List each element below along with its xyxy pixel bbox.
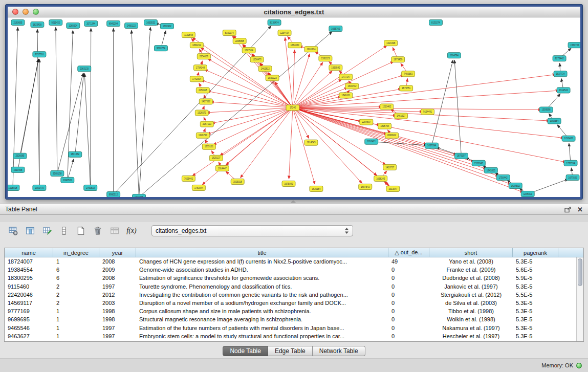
table-cell[interactable]: 1998 <box>99 308 136 314</box>
network-node[interactable]: 1910405 <box>11 167 25 172</box>
table-cell[interactable]: 2 <box>53 292 99 298</box>
network-graph[interactable]: 2160655182340092114321265504207124489412… <box>8 17 580 197</box>
network-node[interactable]: 1607543 <box>359 184 372 189</box>
network-node[interactable]: 1620154 <box>310 186 323 191</box>
network-node[interactable]: 1326713 <box>196 133 209 138</box>
network-node[interactable]: 2450122 <box>125 23 138 29</box>
table-cell[interactable]: 0 <box>388 267 429 273</box>
network-node[interactable]: 9154491 <box>421 109 434 115</box>
network-node[interactable]: 1770554 <box>564 160 577 166</box>
network-node[interactable]: 2526085 <box>13 153 27 159</box>
network-node[interactable]: 2160655 <box>11 20 25 26</box>
network-node[interactable]: 1777147 <box>339 74 353 80</box>
network-edge[interactable] <box>293 108 511 184</box>
network-node[interactable]: 2750532 <box>84 185 97 190</box>
column-header-title[interactable]: title <box>136 248 388 257</box>
column-header-pagerank[interactable]: pagerank <box>513 248 558 257</box>
table-cell[interactable]: 2003 <box>99 300 136 306</box>
function-builder-icon[interactable]: f(x) <box>125 225 138 237</box>
table-cell[interactable]: 9465546 <box>5 325 53 331</box>
table-source-dropdown[interactable]: citations_edges.txt <box>151 225 353 236</box>
network-node[interactable]: 1630902 <box>160 24 173 29</box>
network-node[interactable]: 1637094 <box>425 143 439 148</box>
network-edge[interactable] <box>210 102 293 107</box>
network-node[interactable]: 1559598 <box>539 107 553 113</box>
table-cell[interactable]: de Silva et al. (2003) <box>429 300 513 306</box>
splitter-grip-icon[interactable] <box>291 200 296 203</box>
network-node[interactable]: 1675042 <box>282 181 295 186</box>
network-edge[interactable] <box>13 27 18 188</box>
network-node[interactable]: 1650532 <box>144 20 158 26</box>
table-cell[interactable]: 18724007 <box>5 258 53 265</box>
network-node[interactable]: 1841805 <box>484 167 497 173</box>
network-node[interactable]: 9273442 <box>553 56 566 61</box>
table-cell[interactable]: 9699695 <box>5 316 53 322</box>
table-cell[interactable]: Hescheler et al. (1997) <box>429 333 513 339</box>
table-cell[interactable]: 0 <box>388 292 429 298</box>
memory-status-icon[interactable] <box>576 363 582 368</box>
network-node[interactable]: 1664050 <box>288 42 301 48</box>
table-cell[interactable]: 5.3E-5 <box>513 308 558 314</box>
network-edge[interactable] <box>208 59 293 108</box>
network-edge[interactable] <box>56 27 57 173</box>
table-cell[interactable]: Tibbo et al. (1998) <box>429 308 513 314</box>
network-node[interactable]: 1265504 <box>67 23 80 29</box>
table-cell[interactable]: Franke et al. (2009) <box>429 267 513 273</box>
network-edge[interactable] <box>454 60 461 156</box>
table-cell[interactable]: 5.3E-5 <box>513 258 558 265</box>
network-node[interactable]: 1816421 <box>365 139 378 144</box>
table-cell[interactable]: Corpus callosum shape and size in male p… <box>136 308 388 314</box>
table-cell[interactable]: Embryonic stem cells: a model to study s… <box>136 333 388 339</box>
table-cell[interactable]: 0 <box>388 300 429 306</box>
table-cell[interactable]: Genome-wide association studies in ADHD. <box>136 267 388 273</box>
network-node[interactable]: 8130274 <box>429 20 443 26</box>
network-node[interactable]: 1830022 <box>266 75 279 81</box>
table-row[interactable]: 1938455462009Genome-wide association stu… <box>5 266 583 274</box>
new-document-icon[interactable] <box>75 225 87 237</box>
network-edge[interactable] <box>293 108 474 162</box>
network-node[interactable]: 2063130 <box>78 66 91 72</box>
network-node[interactable]: 17240 <box>286 105 299 111</box>
close-panel-icon[interactable]: ✕ <box>577 206 583 213</box>
network-node[interactable]: 1461627 <box>395 113 408 119</box>
network-node[interactable]: 1913047 <box>386 186 400 191</box>
network-canvas[interactable]: 2160655182340092114321265504207124489412… <box>8 17 580 197</box>
network-node[interactable]: 1973459 <box>391 57 405 62</box>
table-row[interactable]: 946362711997Embryonic stem cells: a mode… <box>5 332 583 340</box>
network-edge[interactable] <box>68 159 74 180</box>
network-node[interactable]: 1677020 <box>566 174 579 180</box>
network-edge[interactable] <box>289 108 293 179</box>
network-edge[interactable] <box>226 108 293 165</box>
table-cell[interactable]: Wolkin et al. (1998) <box>429 316 513 322</box>
tab-edge-table[interactable]: Edge Table <box>268 346 313 356</box>
network-edge[interactable] <box>241 108 293 178</box>
network-node[interactable]: 8990512 <box>107 191 120 197</box>
network-node[interactable]: 1658243 <box>374 176 387 181</box>
network-node[interactable]: 1254434 <box>278 30 291 36</box>
table-cell[interactable]: 5.3E-5 <box>513 316 558 322</box>
table-cell[interactable]: 2012 <box>99 292 136 298</box>
table-cell[interactable]: Structural magnetic resonance image aver… <box>136 316 388 322</box>
column-header-name[interactable]: name <box>5 248 53 257</box>
network-node[interactable]: 1245012 <box>521 191 534 196</box>
network-node[interactable]: 1581123 <box>319 56 332 61</box>
network-node[interactable]: 8103074 <box>223 30 236 36</box>
table-cell[interactable]: 0 <box>388 325 429 331</box>
network-node[interactable]: 8130474 <box>268 20 281 26</box>
network-node[interactable]: 1625137 <box>209 155 223 161</box>
table-cell[interactable]: 14569117 <box>5 300 53 306</box>
network-node[interactable]: 1410727 <box>383 164 397 170</box>
network-edge[interactable] <box>213 108 293 145</box>
table-cell[interactable]: Changes of HCN gene expression and I(f) … <box>136 258 388 265</box>
network-node[interactable]: 1914543 <box>557 87 570 93</box>
network-node[interactable]: 1914447 <box>215 165 229 171</box>
network-node[interactable]: 2254603 <box>197 54 210 59</box>
network-node[interactable]: 1122548 <box>182 32 195 38</box>
panel-splitter[interactable] <box>0 200 588 204</box>
table-cell[interactable]: 2009 <box>99 267 136 273</box>
table-cell[interactable]: 0 <box>388 316 429 322</box>
network-node[interactable]: 1624502 <box>509 183 522 188</box>
network-node[interactable]: 1990505 <box>61 177 74 183</box>
network-node[interactable]: 1727514 <box>242 48 255 53</box>
table-cell[interactable]: 1998 <box>99 316 136 322</box>
